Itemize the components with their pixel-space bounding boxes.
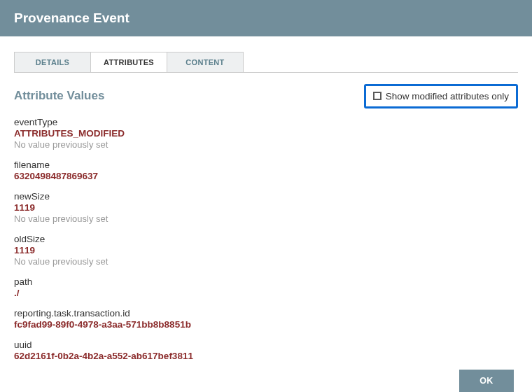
show-modified-toggle[interactable]: Show modified attributes only (364, 84, 518, 108)
attribute-value: 62d2161f-0b2a-4b2a-a552-ab617bef3811 (14, 351, 518, 361)
attribute-name: newSize (14, 191, 518, 202)
tab-details[interactable]: DETAILS (14, 52, 91, 73)
dialog-title: Provenance Event (0, 0, 532, 36)
ok-button[interactable]: OK (459, 370, 514, 392)
attribute-row: newSize 1119 No value previously set (14, 191, 518, 224)
attribute-name: reporting.task.transaction.id (14, 308, 518, 318)
tab-underline (14, 72, 518, 73)
dialog-body: DETAILS ATTRIBUTES CONTENT Attribute Val… (0, 36, 532, 392)
panel-header: Attribute Values Show modified attribute… (14, 84, 518, 108)
attribute-previous: No value previously set (14, 139, 518, 150)
attribute-row: uuid 62d2161f-0b2a-4b2a-a552-ab617bef381… (14, 340, 518, 361)
attribute-value: 1119 (14, 202, 518, 213)
attribute-name: uuid (14, 340, 518, 350)
attribute-previous: No value previously set (14, 256, 518, 267)
tab-attributes[interactable]: ATTRIBUTES (90, 52, 167, 73)
attribute-row: reporting.task.transaction.id fc9fad99-8… (14, 308, 518, 330)
attribute-name: eventType (14, 117, 518, 127)
provenance-event-dialog: Provenance Event DETAILS ATTRIBUTES CONT… (0, 0, 532, 392)
attribute-value: fc9fad99-89f0-4978-a3aa-571bb8b8851b (14, 319, 518, 330)
tab-content[interactable]: CONTENT (167, 52, 244, 73)
checkbox-icon (373, 92, 382, 100)
attribute-value: ./ (14, 288, 518, 298)
attribute-value: 1119 (14, 245, 518, 255)
attribute-previous: No value previously set (14, 214, 518, 224)
show-modified-label: Show modified attributes only (386, 91, 509, 102)
attribute-list: eventType ATTRIBUTES_MODIFIED No value p… (14, 117, 518, 370)
dialog-footer: OK (14, 370, 518, 392)
attribute-name: oldSize (14, 234, 518, 244)
attribute-value: 6320498487869637 (14, 171, 518, 181)
attribute-name: path (14, 276, 518, 287)
attribute-row: oldSize 1119 No value previously set (14, 234, 518, 267)
attribute-row: path ./ (14, 276, 518, 298)
tab-bar: DETAILS ATTRIBUTES CONTENT (14, 52, 518, 73)
attribute-name: filename (14, 160, 518, 170)
attribute-value: ATTRIBUTES_MODIFIED (14, 128, 518, 139)
attribute-row: filename 6320498487869637 (14, 160, 518, 181)
attribute-row: eventType ATTRIBUTES_MODIFIED No value p… (14, 117, 518, 150)
panel-title: Attribute Values (14, 89, 104, 103)
